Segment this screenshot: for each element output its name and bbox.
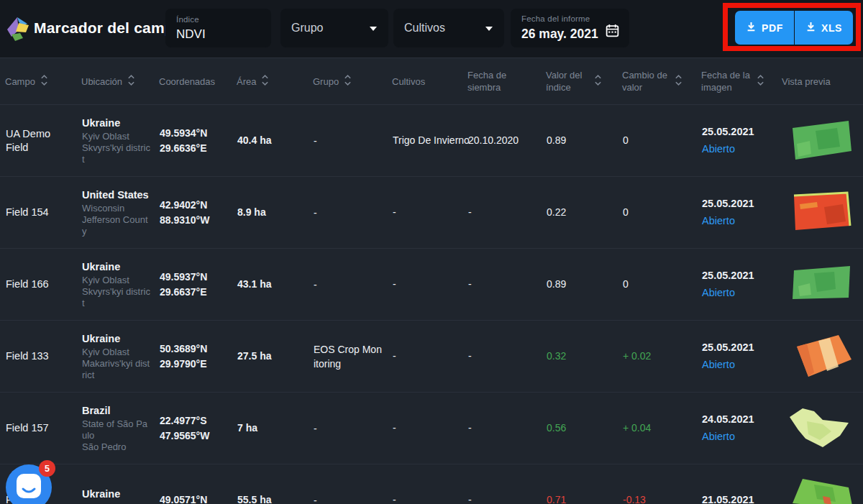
table-row[interactable]: F Ukraine Ivano-Frankivsk 49.0571°N 55.5… [0, 464, 863, 504]
chevron-down-icon [485, 22, 493, 35]
crops-filter-dropdown[interactable]: Cultivos [393, 9, 504, 47]
longitude: 47.9565°W [160, 429, 228, 444]
table-row[interactable]: UA Demo Field Ukraine Kyiv Oblast Skvyrs… [0, 105, 863, 177]
image-date: 21.05.2021 [702, 493, 773, 504]
field-area: 27.5 ha [232, 349, 308, 363]
longitude: 29.6637°E [160, 285, 228, 300]
calendar-icon[interactable] [605, 23, 620, 41]
table-row[interactable]: Field 133 Ukraine Kyiv Oblast Makarivs'k… [0, 321, 863, 393]
col-label: Campo [5, 75, 35, 88]
open-image-link[interactable]: Abierto [702, 430, 773, 444]
col-header-ubicacion[interactable]: Ubicación [76, 73, 154, 90]
image-date: 24.05.2021 [702, 413, 773, 426]
field-location: Ukraine Ivano-Frankivsk [76, 487, 154, 504]
location-country: United States [82, 188, 150, 202]
table-header-row: Campo Ubicación Coordenadas Área Grupo C… [0, 58, 863, 105]
col-header-fecha-imagen[interactable]: Fecha de la imagen [696, 69, 777, 93]
sort-icon [594, 73, 602, 90]
field-area: 7 ha [232, 421, 308, 435]
download-xls-button[interactable]: XLS [794, 11, 853, 45]
field-name: Field 133 [0, 349, 76, 363]
report-date-value: 26 may. 2021 [521, 27, 618, 42]
download-pdf-button[interactable]: PDF [735, 11, 794, 45]
longitude: 29.9790°E [160, 357, 228, 372]
image-date-cell: 21.05.2021 [696, 493, 777, 504]
image-date-cell: 25.05.2021 Abierto [696, 269, 777, 300]
field-preview-image[interactable] [777, 477, 863, 504]
index-value: 0.71 [541, 493, 617, 504]
longitude: 29.6636°E [160, 141, 228, 156]
field-preview-image[interactable] [777, 118, 863, 164]
field-preview-image[interactable] [777, 190, 863, 236]
col-header-cambio-valor[interactable]: Cambio de valor [617, 69, 696, 93]
col-label: Valor del índice [546, 69, 589, 93]
table-row[interactable]: Field 154 United States Wisconsin Jeffer… [0, 177, 863, 249]
longitude: 88.9310°W [160, 213, 228, 228]
page-title: Marcador del campo [34, 19, 183, 37]
sort-icon [675, 73, 682, 90]
field-location: United States Wisconsin Jefferson County [76, 188, 154, 237]
col-header-valor-indice[interactable]: Valor del índice [541, 69, 617, 93]
sort-icon [40, 73, 48, 90]
field-area: 40.4 ha [232, 134, 308, 147]
location-country: Ukraine [82, 487, 150, 501]
group-filter-label: Grupo [291, 22, 369, 35]
table-row[interactable]: Field 157 Brazil State of São Paulo São … [0, 393, 863, 464]
col-header-area[interactable]: Área [232, 73, 308, 90]
open-image-link[interactable]: Abierto [702, 358, 773, 372]
report-date-label: Fecha del informe [521, 14, 618, 23]
field-crops: Trigo De Invierno [387, 134, 462, 147]
col-label: Fecha de la imagen [701, 69, 752, 93]
field-group: - [308, 493, 387, 504]
col-header-cultivos: Cultivos [387, 75, 462, 88]
col-header-coordenadas: Coordenadas [154, 75, 232, 88]
field-coordinates: 42.9402°N 88.9310°W [154, 198, 232, 228]
export-buttons-group: PDF XLS [735, 11, 853, 45]
value-change: 0 [617, 134, 696, 147]
col-label: Grupo [313, 75, 339, 88]
field-name: Field 157 [0, 421, 76, 435]
sort-icon [127, 73, 135, 90]
image-date: 25.05.2021 [702, 197, 773, 211]
field-preview-image[interactable] [777, 406, 863, 452]
value-change: + 0.04 [617, 421, 696, 435]
location-region: Kyiv Oblast Makarivs'kyi district [82, 347, 150, 381]
field-preview-image[interactable] [777, 334, 863, 380]
table-row[interactable]: Field 166 Ukraine Kyiv Oblast Skvyrs'kyi… [0, 249, 863, 321]
col-header-campo[interactable]: Campo [0, 73, 76, 90]
index-value: 0.32 [541, 349, 617, 363]
chat-unread-badge: 5 [39, 460, 55, 477]
report-date-picker[interactable]: Fecha del informe 26 may. 2021 [511, 9, 629, 47]
col-label: Cambio de valor [622, 69, 670, 93]
download-icon [805, 21, 816, 35]
value-change: 0 [617, 278, 696, 291]
col-label: Fecha de siembra [467, 69, 512, 93]
index-filter[interactable]: Índice NDVI [165, 9, 271, 47]
field-location: Brazil State of São Paulo São Pedro [76, 404, 154, 453]
image-date: 25.05.2021 [702, 269, 773, 283]
open-image-link[interactable]: Abierto [702, 286, 773, 300]
image-date-cell: 25.05.2021 Abierto [696, 197, 777, 228]
field-name: Field 154 [0, 206, 76, 219]
open-image-link[interactable]: Abierto [702, 142, 773, 156]
image-date-cell: 24.05.2021 Abierto [696, 413, 777, 444]
latitude: 50.3689°N [160, 342, 228, 357]
group-filter-dropdown[interactable]: Grupo [280, 9, 388, 47]
sort-icon [344, 73, 352, 90]
col-label: Ubicación [81, 75, 122, 88]
col-header-grupo[interactable]: Grupo [308, 73, 387, 90]
field-area: 55.5 ha [232, 493, 308, 504]
open-image-link[interactable]: Abierto [702, 214, 773, 228]
download-icon [746, 21, 757, 35]
field-coordinates: 49.0571°N [154, 492, 232, 504]
index-value: 0.89 [541, 278, 617, 291]
field-group: - [308, 206, 387, 220]
location-region: Ivano-Frankivsk [82, 502, 150, 504]
field-preview-image[interactable] [777, 262, 863, 308]
field-coordinates: 50.3689°N 29.9790°E [154, 342, 232, 372]
field-group: - [308, 278, 387, 292]
sort-icon [261, 73, 269, 90]
field-crops: - [387, 206, 462, 219]
app-logo-icon [6, 16, 29, 46]
location-country: Ukraine [82, 116, 150, 130]
